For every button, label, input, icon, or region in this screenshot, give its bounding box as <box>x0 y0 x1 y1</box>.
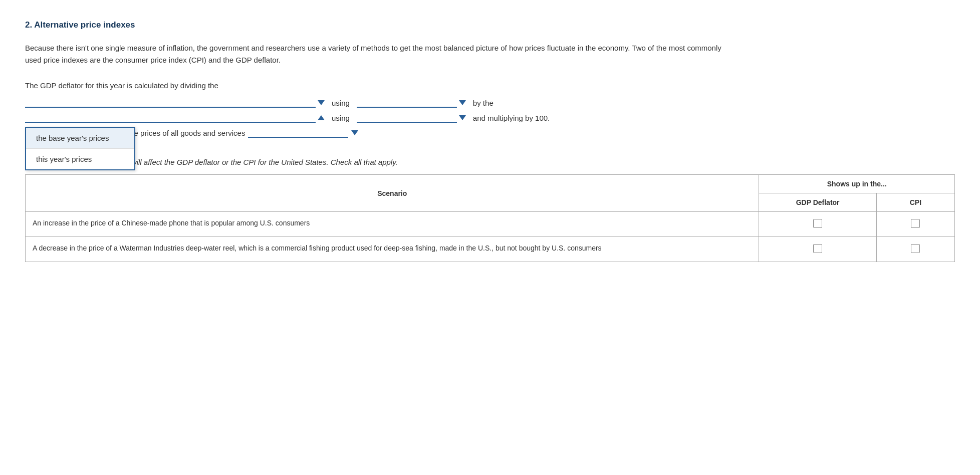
right-underline-1 <box>357 98 457 108</box>
dropdown-option-base-year[interactable]: the base year's prices <box>26 128 134 149</box>
cpi-checkbox-2[interactable] <box>911 244 920 253</box>
section-heading: 2. Alternative price indexes <box>25 20 955 30</box>
col-header-gdp: GDP Deflator <box>759 193 876 212</box>
dropdown-field-1 <box>25 98 325 108</box>
col-header-scenario: Scenario <box>26 175 759 212</box>
right-dropdown-1 <box>357 98 466 108</box>
dropdown-popup: the base year's prices this year's price… <box>25 127 135 170</box>
using-label-2: using <box>332 114 350 122</box>
table-row: An increase in the price of a Chinese-ma… <box>26 212 955 237</box>
scenario-1-cpi-checkbox[interactable] <box>876 212 954 237</box>
dropdown-arrow-1[interactable] <box>318 100 325 105</box>
col-header-cpi: CPI <box>876 193 954 212</box>
scenario-2-text: A decrease in the price of a Waterman In… <box>26 237 759 262</box>
dropdown-underline-1 <box>25 98 316 108</box>
multiply-label: and multiplying by 100. <box>473 114 550 122</box>
by-the-label: by the <box>473 99 494 107</box>
dropdown-wrapper-2: the base year's prices this year's price… <box>25 113 325 123</box>
right-dropdown-arrow-2[interactable] <box>459 115 466 120</box>
intro-paragraph: Because there isn't one single measure o… <box>25 42 726 66</box>
table-row: A decrease in the price of a Waterman In… <box>26 237 955 262</box>
gdp-row-2: the base year's prices this year's price… <box>25 113 955 123</box>
dropdown-underline-2 <box>25 113 316 123</box>
however-line: However, the CPI reflects only the price… <box>25 128 955 138</box>
gdp-row-1: using by the <box>25 98 955 108</box>
gdp-checkbox-1[interactable] <box>813 219 822 228</box>
right-dropdown-2 <box>357 113 466 123</box>
however-dropdown-arrow[interactable] <box>351 130 358 135</box>
dropdown-field-2 <box>25 113 325 123</box>
scenario-1-text: An increase in the price of a Chinese-ma… <box>26 212 759 237</box>
scenario-2-cpi-checkbox[interactable] <box>876 237 954 262</box>
dropdown-arrow-2[interactable] <box>318 115 325 120</box>
gdp-checkbox-2[interactable] <box>813 244 822 253</box>
however-underline <box>248 128 348 138</box>
scenario-2-gdp-checkbox[interactable] <box>759 237 876 262</box>
indicate-text: Indicate whether each scenario will affe… <box>25 158 955 166</box>
cpi-checkbox-1[interactable] <box>911 219 920 228</box>
right-dropdown-arrow-1[interactable] <box>459 100 466 105</box>
gdp-section: The GDP deflator for this year is calcul… <box>25 81 955 138</box>
gdp-intro-text: The GDP deflator for this year is calcul… <box>25 81 955 90</box>
scenario-table: Scenario Shows up in the... GDP Deflator… <box>25 174 955 262</box>
shows-up-header: Shows up in the... <box>759 175 955 193</box>
right-underline-2 <box>357 113 457 123</box>
scenario-1-gdp-checkbox[interactable] <box>759 212 876 237</box>
dropdown-option-this-year[interactable]: this year's prices <box>26 149 134 169</box>
using-label-1: using <box>332 99 350 107</box>
